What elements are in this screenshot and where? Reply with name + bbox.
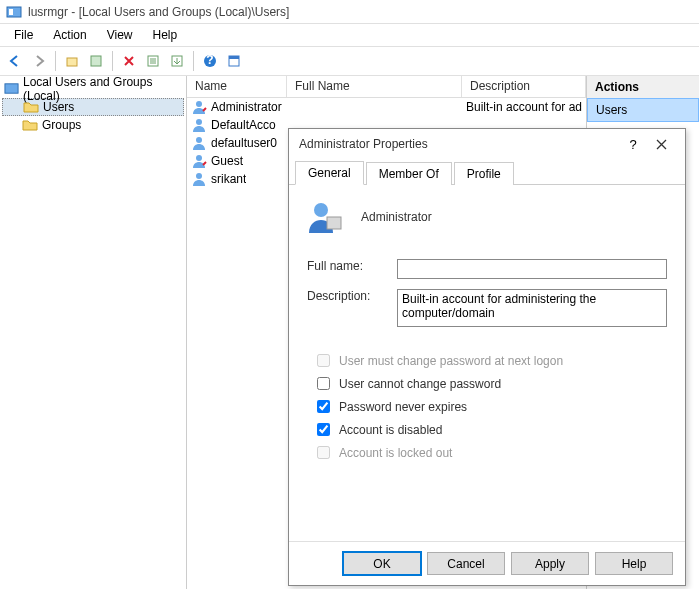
fullname-label: Full name: <box>307 259 397 273</box>
svg-point-16 <box>314 203 328 217</box>
svg-point-15 <box>196 173 202 179</box>
col-fullname[interactable]: Full Name <box>287 76 462 97</box>
fullname-row: Full name: <box>307 259 667 279</box>
toolbar-separator <box>193 51 194 71</box>
refresh-button[interactable] <box>142 50 164 72</box>
dialog-username: Administrator <box>361 210 432 224</box>
description-label: Description: <box>307 289 397 303</box>
svg-rect-2 <box>67 58 77 66</box>
checkbox-disabled[interactable] <box>317 423 330 436</box>
dialog-titlebar: Administrator Properties ? <box>289 129 685 159</box>
menu-action[interactable]: Action <box>43 26 96 44</box>
cell-name: DefaultAcco <box>211 118 276 132</box>
console-icon <box>4 81 19 97</box>
tab-profile[interactable]: Profile <box>454 162 514 185</box>
tree-groups[interactable]: Groups <box>2 116 184 134</box>
cell-name: defaultuser0 <box>211 136 277 150</box>
dialog-body: Administrator Full name: Description: Us… <box>289 185 685 541</box>
check-cannotchange-label: User cannot change password <box>339 377 501 391</box>
svg-text:?: ? <box>206 54 213 67</box>
col-name[interactable]: Name <box>187 76 287 97</box>
window-title: lusrmgr - [Local Users and Groups (Local… <box>28 5 289 19</box>
col-description[interactable]: Description <box>462 76 586 97</box>
up-button[interactable] <box>61 50 83 72</box>
checkbox-neverexpires[interactable] <box>317 400 330 413</box>
svg-point-12 <box>196 119 202 125</box>
dialog-title: Administrator Properties <box>299 137 619 151</box>
check-neverexpires-label: Password never expires <box>339 400 467 414</box>
description-row: Description: <box>307 289 667 327</box>
tab-memberof[interactable]: Member Of <box>366 162 452 185</box>
svg-point-14 <box>196 155 202 161</box>
menubar: File Action View Help <box>0 24 699 46</box>
window-titlebar: lusrmgr - [Local Users and Groups (Local… <box>0 0 699 24</box>
forward-button[interactable] <box>28 50 50 72</box>
user-icon <box>191 117 207 133</box>
check-disabled[interactable]: Account is disabled <box>313 420 667 439</box>
cell-name: Guest <box>211 154 243 168</box>
svg-point-13 <box>196 137 202 143</box>
folder-icon <box>23 99 39 115</box>
help-button[interactable]: Help <box>595 552 673 575</box>
svg-point-11 <box>196 101 202 107</box>
apply-button[interactable]: Apply <box>511 552 589 575</box>
user-icon <box>191 99 207 115</box>
folder-icon <box>22 117 38 133</box>
checkbox-mustchange <box>317 354 330 367</box>
dialog-tabs: General Member Of Profile <box>289 159 685 185</box>
svg-rect-9 <box>229 56 239 59</box>
check-lockedout: Account is locked out <box>313 443 667 462</box>
tree-users-label: Users <box>43 100 74 114</box>
properties-button[interactable] <box>85 50 107 72</box>
actions-context[interactable]: Users <box>587 98 699 122</box>
app-icon <box>6 4 22 20</box>
user-icon <box>191 171 207 187</box>
list-row[interactable]: Administrator Built-in account for ad <box>187 98 586 116</box>
fullname-input[interactable] <box>397 259 667 279</box>
menu-view[interactable]: View <box>97 26 143 44</box>
check-lockedout-label: Account is locked out <box>339 446 452 460</box>
svg-rect-10 <box>5 84 18 93</box>
svg-rect-3 <box>91 56 101 66</box>
dialog-user-header: Administrator <box>307 199 667 235</box>
check-disabled-label: Account is disabled <box>339 423 442 437</box>
dialog-buttons: OK Cancel Apply Help <box>289 541 685 585</box>
check-cannotchange[interactable]: User cannot change password <box>313 374 667 393</box>
cell-desc: Built-in account for ad <box>466 100 582 114</box>
tree-root[interactable]: Local Users and Groups (Local) <box>2 80 184 98</box>
toolbar-separator <box>112 51 113 71</box>
svg-rect-1 <box>9 9 13 15</box>
properties-dialog: Administrator Properties ? General Membe… <box>288 128 686 586</box>
help-button[interactable]: ? <box>199 50 221 72</box>
toolbar-separator <box>55 51 56 71</box>
show-hide-button[interactable] <box>223 50 245 72</box>
cell-name: Administrator <box>211 100 291 114</box>
cell-name: srikant <box>211 172 246 186</box>
user-icon <box>191 153 207 169</box>
list-header: Name Full Name Description <box>187 76 586 98</box>
user-icon <box>191 135 207 151</box>
description-input[interactable] <box>397 289 667 327</box>
toolbar: ? <box>0 46 699 76</box>
checkbox-lockedout <box>317 446 330 459</box>
dialog-help-button[interactable]: ? <box>619 134 647 154</box>
check-mustchange-label: User must change password at next logon <box>339 354 563 368</box>
dialog-close-button[interactable] <box>647 134 675 154</box>
actions-header: Actions <box>587 76 699 99</box>
export-button[interactable] <box>166 50 188 72</box>
menu-help[interactable]: Help <box>143 26 188 44</box>
svg-rect-17 <box>327 217 341 229</box>
delete-button[interactable] <box>118 50 140 72</box>
menu-file[interactable]: File <box>4 26 43 44</box>
back-button[interactable] <box>4 50 26 72</box>
check-mustchange: User must change password at next logon <box>313 351 667 370</box>
tree-pane: Local Users and Groups (Local) Users Gro… <box>0 76 187 589</box>
ok-button[interactable]: OK <box>343 552 421 575</box>
tree-groups-label: Groups <box>42 118 81 132</box>
tree-root-label: Local Users and Groups (Local) <box>23 75 182 103</box>
cancel-button[interactable]: Cancel <box>427 552 505 575</box>
checkbox-cannotchange[interactable] <box>317 377 330 390</box>
user-large-icon <box>307 199 343 235</box>
tab-general[interactable]: General <box>295 161 364 185</box>
check-neverexpires[interactable]: Password never expires <box>313 397 667 416</box>
